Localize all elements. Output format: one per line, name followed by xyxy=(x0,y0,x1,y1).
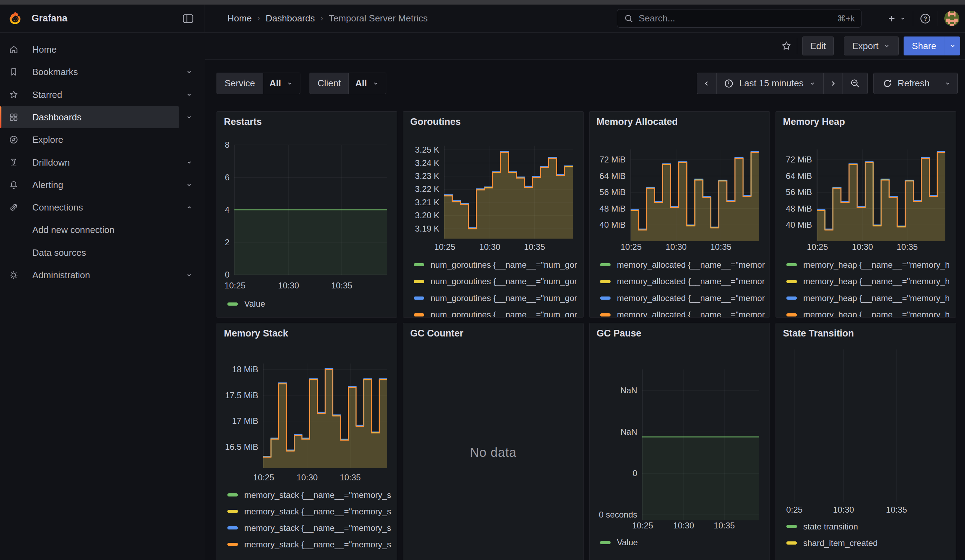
export-button[interactable]: Export xyxy=(844,36,898,56)
svg-text:40 MiB: 40 MiB xyxy=(786,220,812,230)
chevron-down-icon xyxy=(944,80,952,87)
legend-swatch-icon xyxy=(600,541,610,544)
legend-item[interactable]: num_goroutines {__name__="num_gor xyxy=(414,290,583,307)
restarts-chart: 8642010:2510:3010:35 xyxy=(217,112,397,318)
panel-gc-pause: GC PauseNaNNaN00 seconds10:2510:3010:35V… xyxy=(589,323,770,560)
chevron-down-icon xyxy=(286,80,294,87)
share-dropdown-button[interactable] xyxy=(945,36,960,56)
sidebar-item-alerting[interactable]: Alerting xyxy=(2,174,179,196)
grafana-logo-icon[interactable] xyxy=(8,11,23,26)
time-forward-button[interactable] xyxy=(823,73,843,94)
share-button[interactable]: Share xyxy=(904,36,945,56)
chevron-down-icon[interactable] xyxy=(185,181,193,189)
breadcrumb-item: Temporal Server Metrics xyxy=(329,13,428,24)
legend-item[interactable]: memory_allocated {__name__="memor xyxy=(600,290,770,307)
legend-item[interactable]: memory_heap {__name__="memory_h xyxy=(787,290,956,307)
legend-item[interactable]: Value xyxy=(227,296,397,312)
panel-legend: Value xyxy=(227,296,397,312)
new-button[interactable] xyxy=(886,13,906,24)
svg-text:10:25: 10:25 xyxy=(224,281,245,290)
svg-text:56 MiB: 56 MiB xyxy=(786,188,812,197)
bookmark-icon xyxy=(8,67,19,77)
divider xyxy=(797,38,797,54)
chevron-down-icon[interactable] xyxy=(185,158,193,166)
sidebar-item-label: Starred xyxy=(32,90,62,100)
legend-item[interactable]: Value xyxy=(600,534,770,551)
filter-client: ClientAll xyxy=(309,73,386,94)
legend-item[interactable]: shard_item_created xyxy=(787,535,956,551)
sidebar-item-connections[interactable]: Connections xyxy=(2,196,179,218)
refresh-interval-button[interactable] xyxy=(938,73,958,94)
svg-text:17 MiB: 17 MiB xyxy=(232,416,258,426)
filter-value-dropdown[interactable]: All xyxy=(348,73,386,94)
svg-text:10:35: 10:35 xyxy=(896,242,918,251)
search-box[interactable]: ⌘+k xyxy=(617,9,862,28)
chevron-down-icon[interactable] xyxy=(185,271,193,279)
chevron-down-icon[interactable] xyxy=(185,91,193,99)
edit-button[interactable]: Edit xyxy=(802,36,834,56)
svg-text:3.24 K: 3.24 K xyxy=(415,158,439,168)
time-back-button[interactable] xyxy=(697,73,716,94)
legend-item[interactable]: memory_heap {__name__="memory_h xyxy=(787,307,956,318)
legend-swatch-icon xyxy=(227,543,238,546)
chevron-down-icon[interactable] xyxy=(185,113,193,121)
nav-brand-section: Grafana xyxy=(0,5,205,32)
legend-item[interactable]: num_goroutines {__name__="num_gor xyxy=(414,256,583,273)
sidebar-item-starred[interactable]: Starred xyxy=(2,84,179,106)
breadcrumb-separator: › xyxy=(321,14,323,23)
help-button[interactable]: ? xyxy=(919,13,931,24)
svg-text:0 seconds: 0 seconds xyxy=(599,510,637,519)
top-nav: Grafana Home›Dashboards›Temporal Server … xyxy=(0,5,965,33)
refresh-button[interactable]: Refresh xyxy=(873,73,938,94)
sidebar-item-label: Alerting xyxy=(32,180,63,191)
sidebar-item-bookmarks[interactable]: Bookmarks xyxy=(2,61,179,83)
chevron-up-icon[interactable] xyxy=(185,204,193,211)
sidebar-item-data-sources[interactable]: Data sources xyxy=(2,242,179,263)
filter-value-dropdown[interactable]: All xyxy=(263,73,300,94)
svg-text:NaN: NaN xyxy=(620,385,637,395)
legend-item[interactable]: memory_heap {__name__="memory_h xyxy=(787,256,956,273)
dashboard-header: Edit Export Share xyxy=(205,33,965,60)
breadcrumb-item[interactable]: Home xyxy=(227,13,252,24)
panel-title[interactable]: GC Counter xyxy=(410,328,464,339)
svg-text:3.20 K: 3.20 K xyxy=(415,211,439,220)
chevron-down-icon xyxy=(900,15,906,22)
panel-legend: memory_heap {__name__="memory_hmemory_he… xyxy=(787,256,956,318)
svg-text:8: 8 xyxy=(225,140,229,149)
search-input[interactable] xyxy=(639,13,833,24)
legend-item[interactable]: memory_stack {__name__="memory_s xyxy=(227,536,397,553)
legend-item[interactable]: memory_stack {__name__="memory_s xyxy=(227,520,397,536)
dock-sidebar-icon[interactable] xyxy=(182,12,195,25)
apps-icon xyxy=(8,112,19,122)
breadcrumb-item[interactable]: Dashboards xyxy=(266,13,315,24)
svg-text:10:35: 10:35 xyxy=(524,242,545,251)
sidebar-item-dashboards[interactable]: Dashboards xyxy=(2,106,179,128)
sidebar-item-label: Administration xyxy=(32,270,90,281)
time-zoom-out-button[interactable] xyxy=(842,73,868,94)
sidebar-item-administration[interactable]: Administration xyxy=(2,264,179,286)
legend-item[interactable]: memory_stack {__name__="memory_s xyxy=(227,503,397,520)
star-dashboard-button[interactable] xyxy=(781,40,792,52)
svg-text:0:25: 0:25 xyxy=(786,505,803,514)
legend-item[interactable]: memory_allocated {__name__="memor xyxy=(600,256,770,273)
legend-item[interactable]: state transition xyxy=(787,518,956,535)
sidebar-item-label: Connections xyxy=(32,202,83,213)
sidebar-item-home[interactable]: Home xyxy=(2,39,179,60)
sidebar-item-drilldown[interactable]: Drilldown xyxy=(2,152,179,173)
avatar[interactable] xyxy=(944,11,959,26)
legend-item[interactable]: memory_stack {__name__="memory_s xyxy=(227,487,397,503)
time-range-button[interactable]: Last 15 minutes xyxy=(716,73,824,94)
legend-item[interactable]: memory_heap {__name__="memory_h xyxy=(787,273,956,290)
svg-text:10:30: 10:30 xyxy=(833,505,854,514)
legend-item[interactable]: memory_allocated {__name__="memor xyxy=(600,273,770,290)
legend-item[interactable]: memory_allocated {__name__="memor xyxy=(600,307,770,318)
legend-item[interactable]: num_goroutines {__name__="num_gor xyxy=(414,307,583,318)
sidebar-item-explore[interactable]: Explore xyxy=(2,129,179,150)
active-accent-bar xyxy=(0,106,2,128)
sidebar-item-add-new-connection[interactable]: Add new connection xyxy=(2,219,179,241)
legend-item[interactable]: num_goroutines {__name__="num_gor xyxy=(414,273,583,290)
chevron-down-icon[interactable] xyxy=(185,68,193,76)
legend-swatch-icon xyxy=(787,541,797,545)
legend-swatch-icon xyxy=(600,313,610,317)
sidebar-item-label: Explore xyxy=(32,134,63,145)
